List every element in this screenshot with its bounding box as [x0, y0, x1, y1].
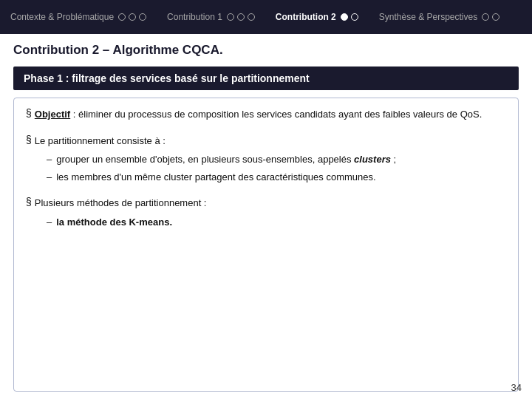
kmeans-item: – la méthode des K-means. [47, 215, 506, 230]
dash-sym-1: – [47, 170, 52, 185]
dash-text-1: les membres d'un même cluster partagent … [56, 170, 375, 185]
dash-list: – grouper un ensemble d'objets, en plusi… [47, 152, 506, 184]
dot-c10 [227, 13, 234, 21]
nav-item-synthese[interactable]: Synthèse & Perspectives [369, 0, 510, 34]
phase-header: Phase 1 : filtrage des services basé sur… [13, 66, 519, 90]
slide: Contexte & Problématique Contribution 1 … [0, 0, 532, 399]
methodes-section: § Plusieurs méthodes de partitionnement … [26, 196, 506, 233]
partitionnement-text: Le partitionnement consiste à : [35, 134, 506, 149]
objectif-text: Objectif : éliminer du processus de comp… [35, 107, 506, 122]
bullet-sym-objectif: § [26, 107, 32, 119]
dot-c1 [129, 13, 136, 21]
dot-c21 [351, 13, 358, 21]
dot-s1 [492, 13, 499, 21]
bullet-sym-part: § [26, 134, 32, 146]
kmeans-text: la méthode des K-means. [56, 215, 172, 230]
dot-c0 [118, 13, 126, 21]
nav-dots-contexte [118, 13, 146, 21]
nav-label-contrib1: Contribution 1 [167, 12, 222, 22]
dot-c20 [341, 13, 348, 21]
dash-sym-0: – [47, 152, 52, 167]
nav-label-contrib2: Contribution 2 [276, 12, 336, 22]
dash-item-1: – les membres d'un même cluster partagen… [47, 170, 506, 185]
nav-bar: Contexte & Problématique Contribution 1 … [0, 0, 532, 34]
methodes-text: Plusieurs méthodes de partitionnement : [35, 196, 506, 211]
objectif-section: § Objectif : éliminer du processus de co… [26, 107, 506, 126]
nav-item-contrib1[interactable]: Contribution 1 [157, 0, 265, 34]
dash-item-0: – grouper un ensemble d'objets, en plusi… [47, 152, 506, 167]
methodes-line: § Plusieurs méthodes de partitionnement … [26, 196, 506, 211]
slide-content: Contribution 2 – Algorithme CQCA. Phase … [0, 34, 532, 399]
objectif-body: : éliminer du processus de composition l… [70, 109, 482, 120]
nav-dots-contrib2 [341, 13, 358, 21]
dash-sym-kmeans: – [47, 215, 52, 230]
dot-c12 [248, 13, 255, 21]
page-number: 34 [511, 382, 522, 393]
bullet-sym-meth: § [26, 196, 32, 208]
slide-title: Contribution 2 – Algorithme CQCA. [13, 43, 519, 58]
objectif-label: Objectif [35, 109, 70, 120]
nav-item-contrib2[interactable]: Contribution 2 [265, 0, 369, 34]
nav-item-contexte[interactable]: Contexte & Problématique [0, 0, 157, 34]
dot-s0 [482, 13, 489, 21]
nav-dots-contrib1 [227, 13, 255, 21]
kmeans-list: – la méthode des K-means. [47, 215, 506, 230]
nav-label-contexte: Contexte & Problématique [10, 12, 114, 22]
content-box: § Objectif : éliminer du processus de co… [13, 98, 519, 392]
nav-dots-synthese [482, 13, 499, 21]
nav-label-synthese: Synthèse & Perspectives [379, 12, 477, 22]
dot-c11 [237, 13, 245, 21]
dash-text-0: grouper un ensemble d'objets, en plusieu… [56, 152, 396, 167]
dot-c2 [139, 13, 146, 21]
objectif-line: § Objectif : éliminer du processus de co… [26, 107, 506, 122]
partitionnement-section: § Le partitionnement consiste à : – grou… [26, 134, 506, 189]
partitionnement-line: § Le partitionnement consiste à : [26, 134, 506, 149]
